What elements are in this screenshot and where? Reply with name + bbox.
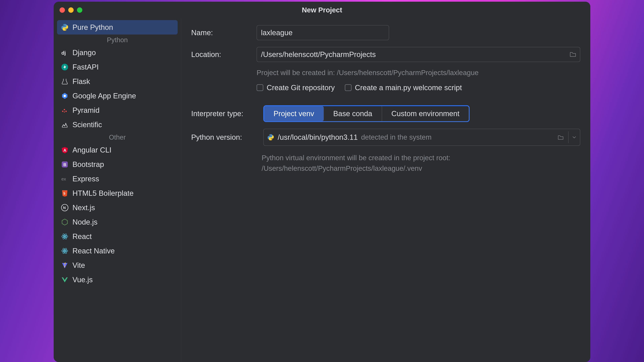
django-icon: dj: [61, 49, 68, 56]
sidebar-item-nextjs[interactable]: N Next.js: [57, 200, 178, 215]
sidebar-item-gae[interactable]: Google App Engine: [57, 89, 178, 103]
traffic-lights: [54, 7, 82, 13]
sidebar-item-label: Angular CLI: [72, 146, 111, 154]
name-row: Name:: [191, 25, 580, 40]
new-project-dialog: New Project Pure Python Python dj Django: [54, 2, 590, 362]
mainpy-checkbox[interactable]: [345, 84, 352, 91]
mainpy-checkbox-label: Create a main.py welcome script: [355, 83, 462, 92]
name-label: Name:: [191, 28, 252, 37]
svg-marker-29: [62, 277, 68, 282]
gae-icon: [61, 92, 68, 99]
close-window-button[interactable]: [60, 7, 65, 13]
sidebar-item-html5[interactable]: 5 HTML5 Boilerplate: [57, 186, 178, 200]
python-version-row: Python version: /usr/local/bin/python3.1…: [191, 129, 580, 146]
svg-point-3: [64, 95, 66, 97]
sidebar-item-label: React: [72, 232, 92, 241]
svg-point-6: [66, 111, 67, 112]
sidebar-item-fastapi[interactable]: FastAPI: [57, 60, 178, 74]
venv-hint: Python virtual environment will be creat…: [262, 152, 580, 174]
svg-text:N: N: [63, 206, 66, 210]
sidebar-item-flask[interactable]: Flask: [57, 74, 178, 89]
sidebar-item-nodejs[interactable]: Node.js: [57, 215, 178, 229]
sidebar-item-label: Express: [72, 175, 99, 183]
svg-text:B: B: [64, 162, 66, 167]
segment-base-conda[interactable]: Base conda: [324, 106, 382, 121]
python-version-value: /usr/local/bin/python3.11: [278, 133, 358, 141]
interpreter-row: Interpreter type: Project venv Base cond…: [191, 105, 580, 122]
sidebar-item-angular[interactable]: A Angular CLI: [57, 143, 178, 157]
sidebar-item-vue[interactable]: Vue.js: [57, 273, 178, 287]
location-input[interactable]: [257, 47, 569, 62]
svg-point-7: [64, 111, 65, 112]
svg-marker-18: [62, 219, 68, 225]
venv-hint-line2: /Users/helenscott/PycharmProjects/laxlea…: [262, 163, 580, 174]
express-icon: ex: [61, 175, 68, 183]
sidebar-item-django[interactable]: dj Django: [57, 45, 178, 60]
vite-icon: [61, 262, 68, 269]
git-checkbox[interactable]: [256, 84, 263, 91]
form-panel: Name: Location: Project will be created …: [181, 18, 590, 362]
sidebar-item-pure-python[interactable]: Pure Python: [57, 20, 178, 34]
sidebar-item-bootstrap[interactable]: B Bootstrap: [57, 157, 178, 172]
nextjs-icon: N: [61, 204, 68, 211]
location-hint: Project will be created in: /Users/helen…: [256, 69, 580, 77]
sidebar-item-express[interactable]: ex Express: [57, 172, 178, 186]
sidebar-item-label: Vite: [72, 261, 85, 270]
svg-text:A: A: [64, 148, 66, 152]
sidebar-group-header-other: Other: [57, 132, 178, 143]
svg-point-5: [64, 109, 65, 110]
sidebar-item-label: HTML5 Boilerplate: [72, 189, 134, 197]
sidebar-item-vite[interactable]: Vite: [57, 258, 178, 273]
fastapi-icon: [61, 63, 68, 71]
svg-point-19: [64, 236, 66, 237]
sidebar-item-pyramid[interactable]: Pyramid: [57, 103, 178, 117]
window-title: New Project: [302, 6, 342, 14]
titlebar: New Project: [54, 2, 590, 18]
chevron-down-icon[interactable]: [568, 131, 580, 143]
minimize-window-button[interactable]: [68, 7, 74, 13]
segment-custom-env[interactable]: Custom environment: [382, 106, 469, 121]
react-icon: [61, 233, 68, 240]
sidebar-item-label: Pure Python: [72, 23, 113, 31]
python-version-select[interactable]: /usr/local/bin/python3.11 detected in th…: [263, 129, 580, 146]
git-checkbox-wrap[interactable]: Create Git repository: [256, 83, 335, 92]
segment-project-venv[interactable]: Project venv: [264, 106, 324, 121]
sidebar-item-label: FastAPI: [72, 63, 99, 71]
sidebar-item-label: Vue.js: [72, 276, 93, 284]
svg-point-23: [64, 250, 66, 252]
svg-text:5: 5: [64, 192, 65, 195]
vue-icon: [61, 276, 68, 283]
sidebar-item-label: Bootstrap: [72, 160, 104, 169]
pyramid-icon: [61, 107, 68, 114]
python-icon: [61, 24, 68, 31]
maximize-window-button[interactable]: [77, 7, 82, 13]
project-type-sidebar: Pure Python Python dj Django FastAPI F: [54, 18, 181, 362]
svg-text:dj: dj: [62, 50, 66, 56]
folder-browse-icon[interactable]: [555, 131, 566, 143]
sidebar-item-label: Pyramid: [72, 106, 100, 114]
sidebar-item-label: Google App Engine: [72, 92, 136, 100]
sidebar-item-label: Flask: [72, 77, 90, 86]
name-input[interactable]: [256, 25, 389, 40]
mainpy-checkbox-wrap[interactable]: Create a main.py welcome script: [345, 83, 462, 92]
sidebar-item-label: Next.js: [72, 203, 95, 212]
folder-browse-icon[interactable]: [569, 50, 576, 58]
sidebar-item-react-native[interactable]: React Native: [57, 244, 178, 258]
dialog-content: Pure Python Python dj Django FastAPI F: [54, 18, 590, 362]
sidebar-item-label: Django: [72, 48, 96, 57]
sidebar-item-react[interactable]: React: [57, 229, 178, 244]
sidebar-item-label: Node.js: [72, 218, 98, 226]
flask-icon: [61, 78, 68, 85]
location-label: Location:: [191, 50, 252, 59]
bootstrap-icon: B: [61, 161, 68, 168]
react-icon: [61, 247, 68, 255]
checkbox-row: Create Git repository Create a main.py w…: [256, 83, 580, 92]
nodejs-icon: [61, 218, 68, 226]
interpreter-segmented: Project venv Base conda Custom environme…: [263, 105, 470, 122]
angular-icon: A: [61, 146, 68, 154]
venv-hint-line1: Python virtual environment will be creat…: [262, 152, 580, 163]
svg-text:ex: ex: [62, 176, 66, 182]
sidebar-item-label: React Native: [72, 247, 115, 255]
sidebar-item-scientific[interactable]: Scientific: [57, 117, 178, 132]
scientific-icon: [61, 121, 68, 128]
